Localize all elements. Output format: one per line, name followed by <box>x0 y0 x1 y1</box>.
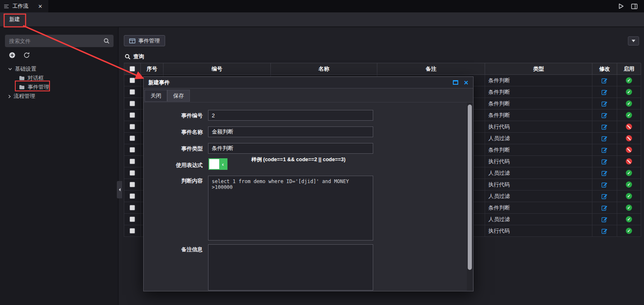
enabled-icon[interactable] <box>626 216 632 222</box>
query-button[interactable]: 查询 <box>125 53 144 60</box>
edit-icon[interactable] <box>601 89 608 95</box>
edit-icon[interactable] <box>601 147 608 153</box>
edit-icon[interactable] <box>601 228 608 234</box>
edit-icon[interactable] <box>601 193 608 199</box>
app-tab[interactable]: 工作流 ✕ <box>0 0 48 12</box>
panel-layout-icon[interactable] <box>631 4 637 9</box>
row-checkbox[interactable] <box>130 182 135 187</box>
edit-icon[interactable] <box>601 216 608 222</box>
enabled-icon[interactable] <box>626 89 632 95</box>
header-xuhao: 序号 <box>141 63 163 75</box>
dialog-close-button[interactable]: 关闭 <box>144 90 167 102</box>
enabled-icon[interactable] <box>626 112 632 118</box>
row-checkbox[interactable] <box>130 78 135 83</box>
event-name-input[interactable] <box>208 126 373 137</box>
header-xiugai: 修改 <box>592 63 617 75</box>
edit-icon[interactable] <box>601 124 608 130</box>
remark-textarea[interactable] <box>208 244 373 291</box>
row-checkbox[interactable] <box>130 170 135 176</box>
enabled-icon[interactable] <box>626 100 632 107</box>
edit-icon[interactable] <box>601 170 608 176</box>
row-checkbox[interactable] <box>130 205 135 210</box>
cell-edit <box>592 133 617 144</box>
event-name-label: 事件名称 <box>147 129 203 136</box>
dialog-titlebar[interactable]: 新建事件 ✕ <box>144 77 473 88</box>
cell-status <box>617 191 641 202</box>
header-qiyong: 启用 <box>617 63 641 75</box>
dialog-scrollbar-thumb[interactable] <box>468 105 472 270</box>
maximize-icon[interactable] <box>453 80 458 85</box>
expression-hint: 样例 (code==1 && code==2 || code==3) <box>251 156 346 163</box>
row-checkbox[interactable] <box>130 159 135 164</box>
edit-icon[interactable] <box>601 158 608 164</box>
refresh-icon[interactable] <box>24 52 30 58</box>
dialog-body: 事件编号 事件名称 事件类型 使用表达式 ‹ 样例 (code==1 && co… <box>144 102 473 291</box>
judge-content-textarea[interactable]: select 1 from demo where ID='[djid]' and… <box>208 176 373 241</box>
disabled-icon[interactable] <box>626 124 632 130</box>
edit-icon[interactable] <box>601 77 608 83</box>
row-checkbox[interactable] <box>130 112 135 118</box>
run-icon[interactable] <box>618 3 624 9</box>
row-checkbox[interactable] <box>130 228 135 234</box>
row-checkbox[interactable] <box>130 147 135 152</box>
file-search-box[interactable] <box>5 35 114 47</box>
cell-checkbox <box>124 98 141 110</box>
tab-list-dropdown[interactable] <box>628 36 639 45</box>
edit-icon[interactable] <box>601 181 608 188</box>
row-checkbox[interactable] <box>130 124 135 129</box>
tree-item-dialogs[interactable]: 对话框 <box>0 74 118 83</box>
judge-content-label: 判断内容 <box>147 177 203 185</box>
search-icon[interactable] <box>104 38 109 44</box>
enabled-icon[interactable] <box>626 193 632 199</box>
doc-tab-event-management[interactable]: 事件管理 <box>124 35 165 46</box>
disabled-icon[interactable] <box>626 147 632 153</box>
enabled-icon[interactable] <box>626 228 632 234</box>
cell-type: 执行代码 <box>485 225 592 237</box>
app-tab-title: 工作流 <box>12 2 28 10</box>
cell-status <box>617 98 641 110</box>
disabled-icon[interactable] <box>626 135 632 141</box>
cell-edit <box>592 98 617 110</box>
enabled-icon[interactable] <box>626 181 632 188</box>
new-button[interactable]: 新建 <box>7 14 22 25</box>
row-checkbox[interactable] <box>130 217 135 222</box>
row-checkbox[interactable] <box>130 89 135 95</box>
edit-icon[interactable] <box>601 135 608 141</box>
cell-checkbox <box>124 179 141 191</box>
new-event-dialog: 新建事件 ✕ 关闭 保存 事件编号 事件名称 事件类型 使用表达式 ‹ 样例 (… <box>143 76 474 291</box>
row-checkbox[interactable] <box>130 193 135 199</box>
cell-checkbox <box>124 144 141 156</box>
event-code-input[interactable] <box>208 110 373 121</box>
add-icon[interactable] <box>9 52 15 58</box>
event-type-label: 事件类型 <box>147 145 203 152</box>
row-checkbox[interactable] <box>130 101 135 106</box>
tree-item-basic-settings[interactable]: 基础设置 <box>0 64 118 74</box>
row-checkbox[interactable] <box>130 136 135 141</box>
cell-status <box>617 214 641 225</box>
edit-icon[interactable] <box>601 112 608 118</box>
cell-status <box>617 202 641 214</box>
event-type-input[interactable] <box>208 143 373 154</box>
tree-item-label: 对话框 <box>28 74 44 82</box>
cell-type: 条件判断 <box>485 75 592 86</box>
tree-item-process-management[interactable]: 流程管理 <box>0 92 118 101</box>
enabled-icon[interactable] <box>626 77 632 83</box>
disabled-icon[interactable] <box>626 158 632 164</box>
tree-toolbar <box>9 52 30 58</box>
dialog-close-icon[interactable]: ✕ <box>464 79 469 86</box>
edit-icon[interactable] <box>601 205 608 211</box>
sidebar-collapse-handle[interactable] <box>117 181 122 198</box>
tree-item-event-management[interactable]: 事件管理 <box>0 83 118 92</box>
dialog-save-button[interactable]: 保存 <box>167 90 190 102</box>
tab-close-icon[interactable]: ✕ <box>38 3 43 10</box>
enabled-icon[interactable] <box>626 170 632 176</box>
enabled-icon[interactable] <box>626 205 632 211</box>
edit-icon[interactable] <box>601 100 608 107</box>
toolbar: 新建 <box>0 12 644 27</box>
folder-icon <box>19 85 25 90</box>
cell-checkbox <box>124 156 141 167</box>
expression-toggle[interactable]: ‹ <box>208 158 227 170</box>
search-input[interactable] <box>9 38 104 44</box>
query-label: 查询 <box>133 53 144 60</box>
select-all-checkbox[interactable] <box>130 66 135 71</box>
